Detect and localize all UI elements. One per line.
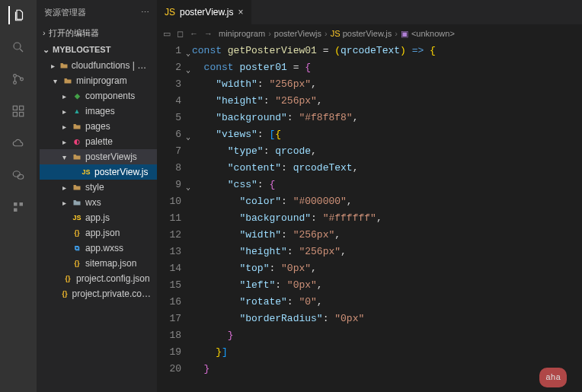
tree-item-label: pages bbox=[85, 121, 110, 132]
code-line[interactable]: const getPosterView01 = (qrcodeText) => … bbox=[192, 43, 582, 59]
tree-item[interactable]: ▸◐palette bbox=[40, 134, 157, 149]
chevron-icon: ▾ bbox=[59, 153, 69, 161]
extensions-icon[interactable] bbox=[9, 102, 27, 120]
crumb-file[interactable]: JSposterView.js bbox=[331, 29, 392, 38]
line-number: 8 bbox=[157, 160, 181, 177]
section-open-editors[interactable]: › 打开的编辑器 bbox=[37, 24, 157, 41]
svg-point-9 bbox=[18, 174, 24, 179]
code-line[interactable]: } bbox=[192, 327, 582, 344]
sidebar-header: 资源管理器 ⋯ bbox=[37, 0, 157, 24]
tree-item[interactable]: ▸cloudfunctions | 当前环境: blo... bbox=[40, 58, 157, 73]
crumb-folder[interactable]: posterViewjs bbox=[274, 29, 321, 38]
code-line[interactable]: "rotate": "0", bbox=[192, 294, 582, 311]
svg-rect-6 bbox=[13, 113, 17, 116]
tree-item-label: miniprogram bbox=[76, 75, 127, 86]
bookmark-icon[interactable]: ◻ bbox=[177, 29, 184, 39]
code-line[interactable]: } bbox=[192, 361, 582, 378]
js-icon: JS bbox=[72, 212, 82, 223]
code-line[interactable]: "borderRadius": "0px" bbox=[192, 311, 582, 327]
tree-item[interactable]: ▸pages bbox=[40, 119, 157, 134]
code-content[interactable]: const getPosterView01 = (qrcodeText) => … bbox=[192, 43, 582, 392]
code-line[interactable]: "width": "256px", bbox=[192, 76, 582, 93]
fold-icon[interactable]: ⌄ bbox=[186, 129, 190, 146]
code-line[interactable]: "content": qrcodeText, bbox=[192, 160, 582, 177]
wechat-icon[interactable] bbox=[9, 166, 27, 184]
tree-item[interactable]: JSposterView.js bbox=[40, 164, 157, 180]
breadcrumbs[interactable]: miniprogram › posterViewjs › JSposterVie… bbox=[219, 29, 455, 39]
code-line[interactable]: "color": "#000000", bbox=[192, 193, 582, 210]
fold-icon[interactable]: ⌄ bbox=[186, 180, 190, 196]
tree-item[interactable]: {}project.private.config.json bbox=[40, 286, 157, 301]
line-number: 3 bbox=[157, 76, 181, 93]
code-line[interactable]: "height": "256px", bbox=[192, 244, 582, 260]
chevron-down-icon: ⌄ bbox=[43, 45, 50, 55]
tree-item[interactable]: ▸wxs bbox=[40, 195, 157, 210]
tree-item[interactable]: ▸▲images bbox=[40, 104, 157, 119]
section-project[interactable]: ⌄ MYBLOGTEST bbox=[37, 41, 157, 58]
more-actions-icon[interactable]: ⋯ bbox=[141, 8, 149, 18]
folder-icon bbox=[59, 60, 69, 71]
section-label: 打开的编辑器 bbox=[49, 27, 99, 39]
line-gutter: 1⌄2⌄3456⌄789⌄1011121314151617181920 bbox=[157, 43, 192, 392]
fold-icon[interactable]: ⌄ bbox=[186, 46, 190, 62]
code-line[interactable]: "width": "256px", bbox=[192, 227, 582, 244]
toggle-icon[interactable]: ▭ bbox=[163, 29, 171, 39]
code-line[interactable]: "background": "#ffffff", bbox=[192, 210, 582, 227]
line-number: 17 bbox=[157, 311, 181, 327]
code-line[interactable]: "views": [{ bbox=[192, 126, 582, 143]
tree-item-label: project.config.json bbox=[76, 273, 150, 284]
tree-item[interactable]: ▸◆components bbox=[40, 88, 157, 104]
line-number: 11 bbox=[157, 210, 181, 227]
code-line[interactable]: "height": "256px", bbox=[192, 93, 582, 110]
breadcrumb-row: ▭ ◻ ← → miniprogram › posterViewjs › JSp… bbox=[157, 24, 582, 43]
svg-point-0 bbox=[14, 43, 21, 49]
files-icon[interactable] bbox=[8, 6, 27, 24]
more-icon[interactable] bbox=[9, 198, 27, 216]
cloud-icon[interactable] bbox=[9, 134, 27, 152]
line-number: 18 bbox=[157, 327, 181, 344]
crumb-symbol[interactable]: ▣<unknown> bbox=[401, 29, 455, 39]
svg-rect-4 bbox=[13, 106, 17, 110]
svg-rect-11 bbox=[20, 202, 24, 206]
folder-icon bbox=[72, 121, 82, 132]
code-line[interactable]: }] bbox=[192, 344, 582, 361]
js-icon: JS bbox=[165, 7, 175, 18]
tree-item-label: posterView.js bbox=[94, 167, 148, 177]
tree-item[interactable]: JSapp.js bbox=[40, 210, 157, 225]
code-editor[interactable]: 1⌄2⌄3456⌄789⌄1011121314151617181920 cons… bbox=[157, 43, 582, 392]
tree-item[interactable]: ⧉app.wxss bbox=[40, 241, 157, 256]
nav-back-icon[interactable]: ← bbox=[190, 29, 198, 38]
code-line[interactable]: "background": "#f8f8f8", bbox=[192, 110, 582, 126]
tree-item-label: posterViewjs bbox=[85, 151, 137, 162]
chevron-icon: ▾ bbox=[50, 77, 59, 85]
symbol-icon: ▣ bbox=[401, 29, 408, 39]
tree-item[interactable]: ▸style bbox=[40, 180, 157, 195]
line-number: 6⌄ bbox=[157, 126, 181, 143]
tree-item[interactable]: ▾miniprogram bbox=[40, 73, 157, 88]
tree-item[interactable]: {}project.config.json bbox=[40, 271, 157, 286]
svg-point-1 bbox=[14, 75, 17, 78]
line-number: 12 bbox=[157, 227, 181, 244]
line-number: 4 bbox=[157, 93, 181, 110]
search-icon[interactable] bbox=[9, 38, 27, 56]
nav-fwd-icon[interactable]: → bbox=[204, 29, 213, 38]
tree-item-label: style bbox=[85, 182, 104, 193]
crumb-miniprogram[interactable]: miniprogram bbox=[219, 29, 265, 38]
code-line[interactable]: "left": "0px", bbox=[192, 277, 582, 294]
code-line[interactable]: "css": { bbox=[192, 177, 582, 193]
tree-item[interactable]: ▾posterViewjs bbox=[40, 149, 157, 164]
chevron-icon: ▸ bbox=[50, 62, 56, 70]
tree-item-label: app.json bbox=[85, 228, 120, 238]
code-line[interactable]: "type": qrcode, bbox=[192, 143, 582, 160]
code-line[interactable]: const poster01 = { bbox=[192, 59, 582, 76]
tab-posterview[interactable]: JS posterView.js × bbox=[157, 0, 252, 24]
tree-item[interactable]: {}app.json bbox=[40, 225, 157, 241]
scm-icon[interactable] bbox=[9, 70, 27, 88]
tree-item[interactable]: {}sitemap.json bbox=[40, 256, 157, 271]
line-number: 2⌄ bbox=[157, 59, 181, 76]
tabs-row: JS posterView.js × bbox=[157, 0, 582, 24]
close-icon[interactable]: × bbox=[238, 7, 243, 18]
fold-icon[interactable]: ⌄ bbox=[186, 62, 190, 79]
code-line[interactable]: "top": "0px", bbox=[192, 260, 582, 277]
sidebar: 资源管理器 ⋯ › 打开的编辑器 ⌄ MYBLOGTEST ▸cloudfunc… bbox=[37, 0, 157, 392]
